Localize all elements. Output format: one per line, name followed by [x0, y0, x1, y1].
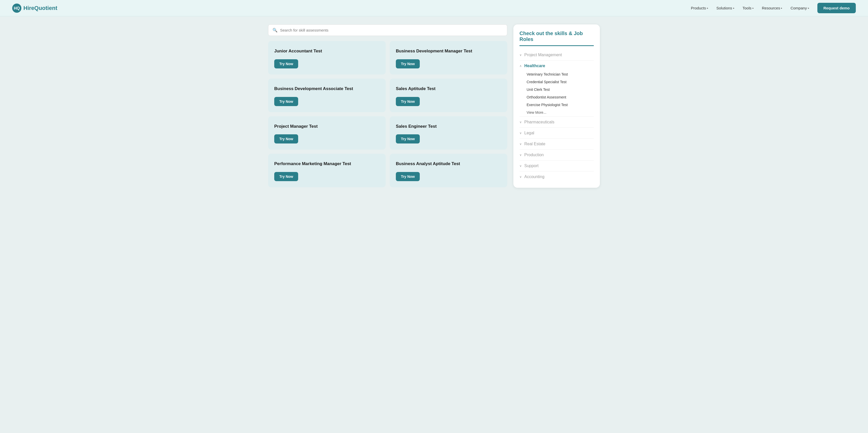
card-sales-engineer: Sales Engineer Test Try Now	[390, 116, 507, 150]
request-demo-button[interactable]: Request demo	[817, 3, 856, 13]
category-label: Pharmaceuticals	[524, 120, 554, 124]
card-title: Junior Accountant Test	[274, 48, 379, 54]
category-pharmaceuticals[interactable]: ∨ Pharmaceuticals	[520, 117, 594, 127]
try-now-project-manager-button[interactable]: Try Now	[274, 134, 298, 144]
expand-icon: ∧	[520, 64, 522, 68]
try-now-perf-marketing-button[interactable]: Try Now	[274, 172, 298, 181]
card-bd-associate: Business Development Associate Test Try …	[268, 79, 386, 112]
category-label: Accounting	[524, 175, 545, 179]
try-now-junior-accountant-button[interactable]: Try Now	[274, 59, 298, 68]
company-caret-icon: ▸	[808, 7, 809, 9]
divider	[520, 60, 594, 61]
healthcare-sub-items: Veterinary Technician Test Credential Sp…	[520, 71, 594, 116]
category-accounting[interactable]: ∨ Accounting	[520, 172, 594, 182]
view-more-healthcare[interactable]: View More...	[527, 109, 594, 116]
sub-item-orthodontist[interactable]: Orthodontist Assessment	[527, 94, 594, 101]
card-project-manager: Project Manager Test Try Now	[268, 116, 386, 150]
logo[interactable]: HQ HireQuotient	[12, 4, 57, 13]
nav-solutions[interactable]: Solutions ▸	[716, 6, 735, 10]
nav-company[interactable]: Company ▸	[790, 6, 809, 10]
sub-item-exercise-physiologist[interactable]: Exercise Physiologist Test	[527, 101, 594, 109]
category-label: Support	[524, 163, 538, 168]
category-label: Real Estate	[524, 142, 546, 146]
cards-grid: Junior Accountant Test Try Now Business …	[268, 41, 507, 187]
panel-title: Check out the skills & Job Roles	[520, 31, 594, 46]
card-bd-manager: Business Development Manager Test Try No…	[390, 41, 507, 74]
divider	[520, 117, 594, 117]
card-title: Business Development Associate Test	[274, 86, 379, 92]
divider	[520, 171, 594, 172]
category-label: Legal	[524, 131, 534, 135]
sub-item-veterinary[interactable]: Veterinary Technician Test	[527, 71, 594, 78]
collapse-icon: ∨	[520, 153, 522, 157]
category-project-management[interactable]: ∨ Project Management	[520, 50, 594, 60]
resources-caret-icon: ▸	[781, 7, 782, 9]
skills-list: ∨ Project Management ∧ Healthcare Veteri…	[520, 50, 594, 182]
sub-item-credential[interactable]: Credential Specialist Test	[527, 79, 594, 86]
search-bar: 🔍	[268, 24, 507, 36]
divider	[520, 149, 594, 150]
card-title: Sales Engineer Test	[396, 123, 501, 129]
main-content: 🔍 Junior Accountant Test Try Now Busines…	[256, 16, 612, 196]
svg-text:HQ: HQ	[14, 6, 20, 10]
try-now-business-analyst-button[interactable]: Try Now	[396, 172, 420, 181]
try-now-sales-aptitude-button[interactable]: Try Now	[396, 97, 420, 106]
card-title: Project Manager Test	[274, 123, 379, 129]
search-icon: 🔍	[273, 28, 278, 33]
collapse-icon: ∨	[520, 175, 522, 179]
logo-icon: HQ	[12, 4, 21, 13]
category-label: Healthcare	[524, 64, 545, 68]
right-panel: Check out the skills & Job Roles ∨ Proje…	[514, 24, 600, 188]
collapse-icon: ∨	[520, 131, 522, 135]
card-title: Sales Aptitude Test	[396, 86, 501, 92]
solutions-caret-icon: ▸	[733, 7, 735, 9]
card-sales-aptitude: Sales Aptitude Test Try Now	[390, 79, 507, 112]
card-business-analyst: Business Analyst Aptitude Test Try Now	[390, 154, 507, 187]
category-support[interactable]: ∨ Support	[520, 161, 594, 171]
collapse-icon: ∨	[520, 164, 522, 168]
try-now-bd-associate-button[interactable]: Try Now	[274, 97, 298, 106]
card-title: Business Analyst Aptitude Test	[396, 161, 501, 167]
category-label: Project Management	[524, 53, 562, 57]
products-caret-icon: ▸	[707, 7, 708, 9]
category-healthcare[interactable]: ∧ Healthcare	[520, 61, 594, 71]
try-now-sales-engineer-button[interactable]: Try Now	[396, 134, 420, 144]
card-junior-accountant: Junior Accountant Test Try Now	[268, 41, 386, 74]
collapse-icon: ∨	[520, 142, 522, 146]
tools-caret-icon: ▸	[752, 7, 754, 9]
left-panel: 🔍 Junior Accountant Test Try Now Busines…	[268, 24, 507, 188]
try-now-bd-manager-button[interactable]: Try Now	[396, 59, 420, 68]
nav-resources[interactable]: Resources ▸	[762, 6, 782, 10]
nav-links: Products ▸ Solutions ▸ Tools ▸ Resources…	[691, 3, 856, 13]
category-legal[interactable]: ∨ Legal	[520, 128, 594, 138]
nav-tools[interactable]: Tools ▸	[743, 6, 754, 10]
category-production[interactable]: ∨ Production	[520, 150, 594, 160]
card-title: Business Development Manager Test	[396, 48, 501, 54]
collapse-icon: ∨	[520, 53, 522, 57]
sub-item-unit-clerk[interactable]: Unit Clerk Test	[527, 86, 594, 93]
category-real-estate[interactable]: ∨ Real Estate	[520, 139, 594, 149]
navbar: HQ HireQuotient Products ▸ Solutions ▸ T…	[0, 0, 868, 16]
nav-products[interactable]: Products ▸	[691, 6, 708, 10]
divider	[520, 127, 594, 128]
logo-text: HireQuotient	[23, 5, 57, 11]
search-input[interactable]	[280, 28, 503, 32]
card-perf-marketing: Performance Marketing Manager Test Try N…	[268, 154, 386, 187]
category-label: Production	[524, 153, 544, 157]
card-title: Performance Marketing Manager Test	[274, 161, 379, 167]
collapse-icon: ∨	[520, 120, 522, 124]
